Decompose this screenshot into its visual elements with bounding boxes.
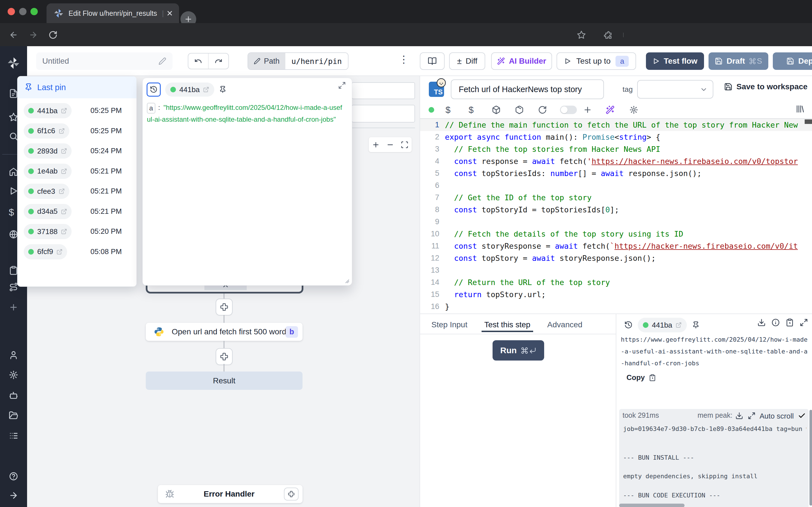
sidebar-add-icon[interactable] bbox=[9, 302, 18, 312]
code-line[interactable]: 13 bbox=[420, 264, 812, 276]
sidebar-search-icon[interactable] bbox=[9, 131, 18, 141]
result-run-pill[interactable]: 441ba bbox=[638, 318, 687, 332]
pin-run-pill[interactable]: 6f1c6 bbox=[24, 123, 69, 138]
last-pin-item[interactable]: 441ba05:25 PM bbox=[17, 101, 137, 121]
code-line[interactable]: 3 // Fetch the top stories from Hacker N… bbox=[420, 143, 812, 155]
code-editor[interactable]: 1// Define the main function to fetch th… bbox=[420, 118, 812, 314]
sidebar-resources-icon[interactable] bbox=[9, 230, 18, 239]
external-link-icon[interactable] bbox=[61, 168, 67, 174]
last-pin-item[interactable]: 2893d05:24 PM bbox=[17, 141, 137, 161]
pin-run-pill[interactable]: d34a5 bbox=[24, 204, 71, 219]
log-horizontal-scrollbar[interactable] bbox=[619, 504, 684, 507]
download-result-icon[interactable] bbox=[757, 318, 766, 327]
package-lock-icon[interactable] bbox=[515, 105, 538, 114]
run-button[interactable]: Run bbox=[493, 340, 544, 360]
pin-run-pill[interactable]: cfee3 bbox=[24, 184, 69, 199]
external-link-icon[interactable] bbox=[203, 87, 209, 93]
code-line[interactable]: 9 bbox=[420, 216, 812, 228]
external-link-icon[interactable] bbox=[56, 249, 63, 255]
code-line[interactable]: 10 // Fetch the details of the top story… bbox=[420, 228, 812, 240]
tag-select[interactable] bbox=[637, 80, 713, 99]
sidebar-help-icon[interactable] bbox=[9, 471, 18, 481]
sidebar-variables-icon[interactable]: $ bbox=[9, 207, 14, 218]
tab-advanced[interactable]: Advanced bbox=[547, 320, 582, 329]
windmill-logo[interactable] bbox=[7, 57, 20, 69]
pin-run-pill[interactable]: 1e4ab bbox=[24, 164, 71, 179]
last-pin-item[interactable]: cfee305:21 PM bbox=[17, 181, 137, 202]
zoom-out-icon[interactable] bbox=[386, 141, 394, 149]
external-link-icon[interactable] bbox=[61, 209, 67, 215]
external-link-icon[interactable] bbox=[61, 228, 67, 235]
pin-run-pill[interactable]: 6fcf9 bbox=[24, 244, 67, 260]
info-icon[interactable] bbox=[771, 318, 780, 327]
reload-icon[interactable] bbox=[49, 31, 57, 40]
external-link-icon[interactable] bbox=[59, 128, 65, 134]
step-summary-input[interactable]: Fetch url of HackerNews top story bbox=[451, 79, 604, 99]
editor-scrollbar-thumb[interactable] bbox=[805, 119, 812, 124]
external-link-icon[interactable] bbox=[675, 322, 682, 328]
sidebar-settings-gear-icon[interactable] bbox=[9, 370, 18, 380]
code-line[interactable]: 5 const topStoriesIds: number[] = await … bbox=[420, 167, 812, 179]
draft-button[interactable]: Draft S bbox=[709, 52, 768, 70]
code-line[interactable]: 2export async function main(): Promise<s… bbox=[420, 131, 812, 143]
tab-step-input[interactable]: Step Input bbox=[432, 320, 467, 329]
pin-icon[interactable] bbox=[692, 321, 700, 329]
add-step-button[interactable] bbox=[216, 348, 233, 365]
auto-scroll-check-icon[interactable] bbox=[798, 412, 806, 420]
reset-icon[interactable] bbox=[538, 105, 560, 114]
code-line[interactable]: 14 // Return the URL of the top story bbox=[420, 276, 812, 288]
traffic-light-zoom[interactable] bbox=[31, 8, 38, 15]
code-line[interactable]: 7 // Get the ID of the top story bbox=[420, 191, 812, 204]
code-line[interactable]: 4 const response = await fetch('https://… bbox=[420, 155, 812, 167]
sidebar-schedules-icon[interactable] bbox=[9, 266, 18, 275]
extensions-icon[interactable] bbox=[604, 31, 613, 40]
editor-settings-gear-icon[interactable] bbox=[629, 105, 638, 114]
python-step-node[interactable]: Open url and fetch first 500 words of ..… bbox=[146, 323, 303, 341]
save-to-workspace-button[interactable]: Save to workspace bbox=[724, 82, 808, 91]
pin-run-pill[interactable]: 37188 bbox=[24, 224, 71, 239]
traffic-light-minimize[interactable] bbox=[19, 8, 27, 15]
add-assistant-icon[interactable] bbox=[583, 105, 606, 114]
traffic-light-close[interactable] bbox=[8, 8, 15, 15]
popup-history-button[interactable] bbox=[147, 82, 161, 97]
result-history-icon[interactable] bbox=[624, 321, 633, 329]
last-pin-item[interactable]: 6f1c605:25 PM bbox=[17, 121, 137, 141]
copy-result-clipboard-icon[interactable] bbox=[785, 318, 794, 327]
sidebar-runs-play-icon[interactable] bbox=[9, 186, 18, 196]
sidebar-workers-robot-icon[interactable] bbox=[9, 390, 18, 400]
tab-test-this-step[interactable]: Test this step bbox=[485, 320, 530, 329]
tab-close-icon[interactable] bbox=[166, 10, 173, 17]
copy-button[interactable]: Copy bbox=[626, 373, 656, 382]
undo-button[interactable] bbox=[188, 54, 209, 69]
error-handler-node[interactable]: Error Handler bbox=[158, 485, 303, 503]
add-step-button[interactable] bbox=[216, 298, 233, 316]
code-line[interactable]: 6 bbox=[420, 179, 812, 191]
forward-icon[interactable] bbox=[29, 31, 38, 40]
docs-button[interactable] bbox=[420, 52, 445, 70]
path-button[interactable]: Path u/henri/pin bbox=[248, 52, 349, 70]
external-link-icon[interactable] bbox=[61, 148, 67, 154]
more-options-kebab-icon[interactable]: ⋮ bbox=[399, 54, 409, 65]
sidebar-runs-icon[interactable] bbox=[9, 89, 18, 98]
back-icon[interactable] bbox=[9, 31, 18, 40]
code-line[interactable]: 1// Define the main function to fetch th… bbox=[420, 119, 812, 131]
code-line[interactable]: 11 const storyResponse = await fetch(`ht… bbox=[420, 240, 812, 252]
log-vertical-scrollbar[interactable] bbox=[809, 410, 812, 506]
last-pin-item[interactable]: d34a505:21 PM bbox=[17, 202, 137, 222]
sidebar-folders-icon[interactable] bbox=[9, 411, 18, 420]
popup-resize-handle[interactable] bbox=[343, 277, 350, 284]
bookmark-star-icon[interactable] bbox=[577, 31, 586, 40]
fullscreen-result-icon[interactable] bbox=[800, 318, 808, 327]
variables-dollar-icon[interactable]: $ bbox=[446, 105, 469, 115]
result-url-value[interactable]: https://www.geoffreylitt.com/2025/04/12/… bbox=[621, 334, 809, 369]
last-pin-item[interactable]: 1e4ab05:21 PM bbox=[17, 161, 137, 181]
last-pin-item[interactable]: 3718805:20 PM bbox=[17, 221, 137, 242]
code-line[interactable]: 16} bbox=[420, 300, 812, 313]
popup-json-value[interactable]: a:"https://www.geoffreylitt.com/2025/04/… bbox=[147, 102, 344, 125]
download-logs-icon[interactable] bbox=[735, 412, 743, 420]
pin-run-pill[interactable]: 441ba bbox=[24, 103, 71, 118]
package-icon[interactable] bbox=[492, 105, 515, 114]
diff-mode-toggle[interactable] bbox=[560, 106, 577, 114]
external-link-icon[interactable] bbox=[59, 188, 65, 194]
popup-pin-icon[interactable] bbox=[219, 86, 227, 94]
